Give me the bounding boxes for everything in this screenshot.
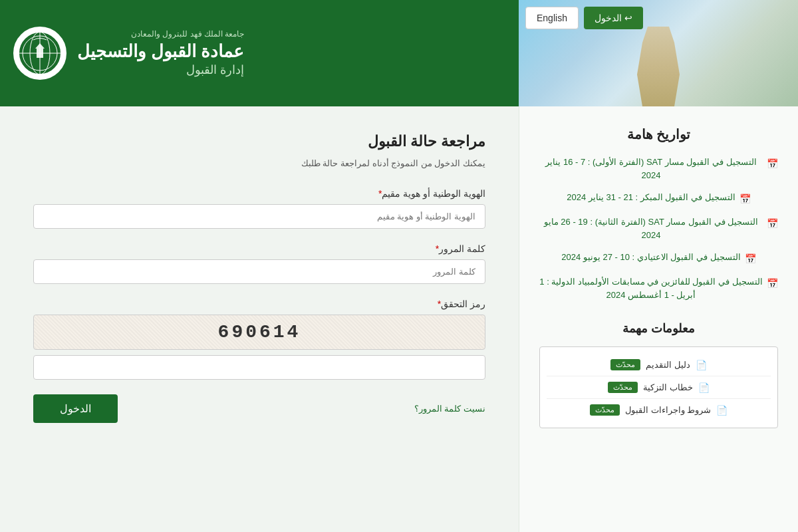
login-arrow-icon: ↩ [624,13,632,23]
header-buttons: ↩ الدخول English [525,7,643,29]
document-icon: 📄 [696,360,707,370]
language-switch-button[interactable]: English [525,7,579,29]
language-label: English [537,13,567,23]
form-actions: نسيت كلمة المرور؟ الدخول [33,394,485,423]
info-item-label: دليل التقديم [646,360,690,370]
main-container: تواريخ هامة 📅 التسجيل في القبول مسار SAT… [0,106,798,532]
document-icon: 📄 [698,382,710,393]
info-section-title: معلومات مهمة [539,321,778,336]
captcha-section: رمز التحقق* 690614 [33,299,485,380]
sidebar: تواريخ هامة 📅 التسجيل في القبول مسار SAT… [519,106,798,532]
captcha-label: رمز التحقق* [33,299,485,309]
list-item: 📅 التسجيل في القبول للفائزين في مسابقات … [539,275,778,301]
new-badge: محدّث [608,382,638,393]
password-label: كلمة المرور* [33,243,485,254]
main-content: مراجعة حالة القبول يمكنك الدخول من النمو… [0,106,519,532]
list-item[interactable]: 📄 شروط واجراءات القبول محدّث [547,399,771,421]
header-text-block: جامعة الملك فهد للبترول والمعادن عمادة ا… [77,29,244,76]
calendar-icon: 📅 [745,252,756,266]
header-left: ↩ الدخول English [519,0,798,106]
list-item[interactable]: 📄 خطاب التزكية محدّث [547,376,771,399]
new-badge: محدّث [590,404,620,416]
submit-button[interactable]: الدخول [33,394,118,423]
form-description: يمكنك الدخول من النموذج أدناه لمراجعة حا… [33,158,485,168]
calendar-icon: 📅 [767,277,778,291]
header-login-label: الدخول [595,13,622,23]
date-item-text: التسجيل في القبول المبكر : 21 - 31 يناير… [567,191,735,204]
national-id-input[interactable] [33,204,485,229]
header-right: جامعة الملك فهد للبترول والمعادن عمادة ا… [0,0,519,106]
date-item-text: التسجيل في القبول الاعتيادي : 10 - 27 يو… [561,251,740,264]
id-field-group: الهوية الوطنية أو هوية مقيم* [33,188,485,229]
password-input[interactable] [33,259,485,284]
list-item: 📅 التسجيل في القبول الاعتيادي : 10 - 27 … [539,251,778,266]
dates-list: 📅 التسجيل في القبول مسار SAT (الفترة الأ… [539,156,778,301]
captcha-value: 690614 [218,322,301,342]
info-box: 📄 دليل التقديم محدّث 📄 خطاب التزكية محدّ… [539,346,778,428]
list-item: 📅 التسجيل في القبول المبكر : 21 - 31 ينا… [539,191,778,206]
list-item: 📅 التسجيل في القبول مسار SAT (الفترة الأ… [539,156,778,182]
date-item-text: التسجيل في القبول مسار SAT (الفترة الثان… [539,215,763,241]
dept-sub: إدارة القبول [77,63,244,77]
university-name: جامعة الملك فهد للبترول والمعادن [77,29,244,39]
form-title: مراجعة حالة القبول [33,133,485,150]
list-item[interactable]: 📄 دليل التقديم محدّث [547,354,771,376]
info-item-label: خطاب التزكية [643,382,693,392]
header: ↩ الدخول English جامعة الملك فهد للبترول… [0,0,798,106]
date-item-text: التسجيل في القبول للفائزين في مسابقات ال… [539,275,763,301]
header-login-button[interactable]: ↩ الدخول [584,7,643,29]
list-item: 📅 التسجيل في القبول مسار SAT (الفترة الث… [539,215,778,241]
forgot-password-link[interactable]: نسيت كلمة المرور؟ [414,404,485,414]
date-item-text: التسجيل في القبول مسار SAT (الفترة الأول… [539,156,763,182]
id-label: الهوية الوطنية أو هوية مقيم* [33,188,485,199]
calendar-icon: 📅 [767,217,778,231]
captcha-input[interactable] [33,355,485,380]
university-logo [13,27,66,80]
svg-rect-5 [37,49,43,58]
info-item-label: شروط واجراءات القبول [625,405,711,415]
calendar-icon: 📅 [739,192,751,206]
password-field-group: كلمة المرور* [33,243,485,284]
dept-name: عمادة القبول والتسجيل [77,41,244,62]
document-icon: 📄 [716,405,728,416]
captcha-image: 690614 [33,315,485,350]
dates-section-title: تواريخ هامة [539,126,778,142]
calendar-icon: 📅 [767,157,778,171]
new-badge: محدّث [610,359,640,370]
